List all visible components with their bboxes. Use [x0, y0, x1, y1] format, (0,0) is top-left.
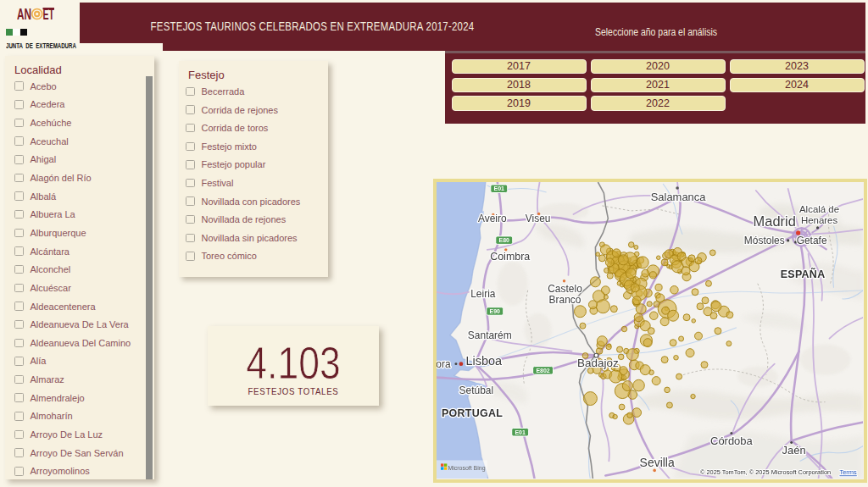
svg-text:Castelo: Castelo: [548, 283, 582, 295]
svg-text:E802: E802: [536, 368, 549, 374]
svg-text:Móstoles: Móstoles: [744, 235, 785, 246]
svg-text:Lisboa: Lisboa: [466, 354, 504, 368]
svg-text:Salamanca: Salamanca: [651, 191, 707, 203]
svg-text:Jaén: Jaén: [782, 444, 806, 457]
svg-text:Terms: Terms: [839, 468, 857, 476]
svg-text:Sevilla: Sevilla: [640, 456, 675, 469]
svg-text:AN: AN: [17, 8, 31, 20]
svg-text:E01: E01: [515, 429, 526, 435]
svg-text:Santarém: Santarém: [468, 329, 512, 341]
svg-text:Henares: Henares: [801, 215, 838, 225]
svg-text:Madrid: Madrid: [754, 213, 796, 229]
svg-text:Setúbal: Setúbal: [459, 385, 494, 396]
svg-text:Branco: Branco: [549, 294, 581, 306]
svg-text:Coimbra: Coimbra: [490, 251, 530, 263]
svg-text:Córdoba: Córdoba: [710, 434, 753, 447]
svg-text:ora: ora: [437, 358, 451, 370]
svg-text:Microsoft Bing: Microsoft Bing: [448, 465, 485, 472]
svg-text:Viseu: Viseu: [526, 213, 551, 224]
svg-text:© 2025 TomTom, © 2025 Microsof: © 2025 TomTom, © 2025 Microsoft Corporat…: [700, 468, 831, 476]
svg-text:ESPAÑA: ESPAÑA: [781, 268, 826, 280]
svg-text:Alcalá de: Alcalá de: [799, 204, 839, 214]
svg-text:Getafe: Getafe: [797, 235, 827, 246]
svg-text:E80: E80: [499, 237, 510, 243]
svg-text:ET: ET: [43, 8, 55, 20]
svg-text:Aveiro: Aveiro: [478, 213, 507, 224]
svg-text:E01: E01: [494, 185, 505, 191]
svg-text:E90: E90: [490, 308, 501, 314]
svg-text:Badajoz: Badajoz: [577, 357, 619, 369]
svg-text:PORTUGAL: PORTUGAL: [442, 407, 503, 419]
svg-text:Leiria: Leiria: [470, 288, 496, 300]
